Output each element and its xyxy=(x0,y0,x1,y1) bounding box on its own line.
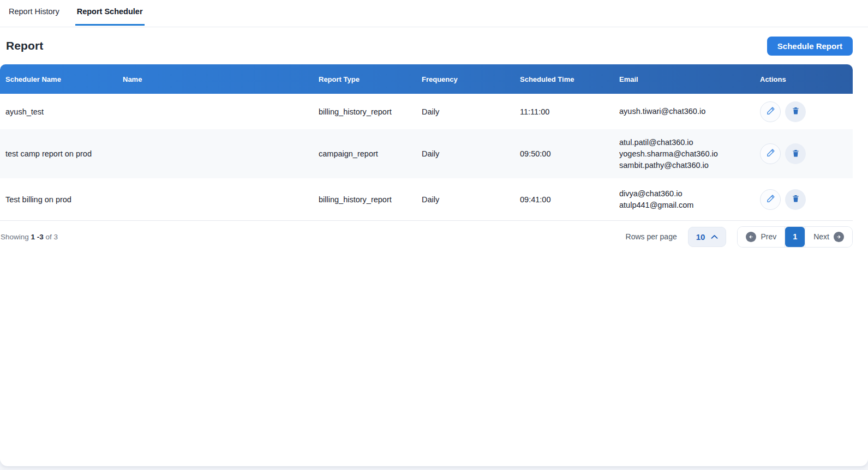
arrow-right-icon xyxy=(834,232,844,242)
delete-button[interactable] xyxy=(785,143,806,164)
pagination-bar: Showing 1 -3 of 3 Rows per page 10 xyxy=(0,221,853,252)
email-line: sambit.pathy@chat360.io xyxy=(619,160,755,171)
column-header-actions: Actions xyxy=(755,75,853,83)
cell-report-type: billing_history_report xyxy=(313,195,416,204)
trash-icon xyxy=(792,149,800,159)
tab-bar: Report History Report Scheduler xyxy=(0,0,868,27)
cell-actions xyxy=(755,143,853,164)
cell-report-type: billing_history_report xyxy=(313,107,416,116)
cell-email: ayush.tiwari@chat360.io xyxy=(614,106,755,117)
page-title: Report xyxy=(6,39,43,52)
pencil-icon xyxy=(766,106,775,117)
cell-scheduler-name: ayush_test xyxy=(0,107,117,116)
table-header-row: Scheduler Name Name Report Type Frequenc… xyxy=(0,64,853,94)
table-row: ayush_test billing_history_report Daily … xyxy=(0,94,853,129)
section-header: Report Schedule Report xyxy=(0,27,853,64)
cell-scheduled-time: 09:41:00 xyxy=(514,195,614,204)
pencil-icon xyxy=(766,148,775,159)
showing-range: 1 -3 xyxy=(31,233,44,241)
table-row: Test billing on prod billing_history_rep… xyxy=(0,178,853,220)
rows-per-page-select[interactable]: 10 xyxy=(688,227,727,247)
cell-frequency: Daily xyxy=(416,107,514,116)
showing-total: of 3 xyxy=(46,233,58,241)
trash-icon xyxy=(792,106,800,117)
tab-report-scheduler[interactable]: Report Scheduler xyxy=(75,7,145,26)
arrow-left-icon xyxy=(746,232,756,242)
pager: Prev 1 Next xyxy=(737,226,853,248)
prev-page-button[interactable]: Prev xyxy=(738,227,785,247)
column-header-report-type: Report Type xyxy=(313,75,416,83)
tab-report-history[interactable]: Report History xyxy=(7,7,61,26)
trash-icon xyxy=(792,194,800,204)
column-header-name: Name xyxy=(117,75,313,83)
cell-scheduled-time: 09:50:00 xyxy=(514,149,614,158)
cell-scheduler-name: Test billing on prod xyxy=(0,195,117,204)
report-scheduler-page: Report History Report Scheduler Report S… xyxy=(0,0,868,466)
email-line: divya@chat360.io xyxy=(619,188,755,200)
showing-label: Showing xyxy=(1,233,29,241)
email-line: atul.patil@chat360.io xyxy=(619,137,755,148)
cell-email: divya@chat360.io atulp441@gmail.com xyxy=(614,188,755,211)
cell-email: atul.patil@chat360.io yogesh.sharma@chat… xyxy=(614,137,755,171)
scheduler-table: Scheduler Name Name Report Type Frequenc… xyxy=(0,64,853,221)
cell-scheduler-name: test camp report on prod xyxy=(0,149,117,158)
delete-button[interactable] xyxy=(785,101,806,122)
next-page-button[interactable]: Next xyxy=(805,227,852,247)
cell-frequency: Daily xyxy=(416,149,514,158)
delete-button[interactable] xyxy=(785,189,806,210)
cell-actions xyxy=(755,101,853,122)
cell-scheduled-time: 11:11:00 xyxy=(514,107,614,116)
rows-per-page-label: Rows per page xyxy=(626,232,677,241)
column-header-email: Email xyxy=(614,75,755,83)
cell-actions xyxy=(755,189,853,210)
column-header-scheduled-time: Scheduled Time xyxy=(514,75,614,83)
email-line: yogesh.sharma@chat360.io xyxy=(619,148,755,160)
rows-per-page-value: 10 xyxy=(696,232,705,242)
email-line: atulp441@gmail.com xyxy=(619,200,755,211)
edit-button[interactable] xyxy=(760,101,781,122)
pencil-icon xyxy=(766,194,775,205)
cell-frequency: Daily xyxy=(416,195,514,204)
prev-label: Prev xyxy=(761,232,776,241)
edit-button[interactable] xyxy=(760,143,781,164)
column-header-frequency: Frequency xyxy=(416,75,514,83)
chevron-up-icon xyxy=(711,232,718,242)
column-header-scheduler-name: Scheduler Name xyxy=(0,75,117,83)
edit-button[interactable] xyxy=(760,189,781,210)
next-label: Next xyxy=(813,232,829,241)
showing-summary: Showing 1 -3 of 3 xyxy=(0,233,58,241)
cell-report-type: campaign_report xyxy=(313,149,416,158)
email-line: ayush.tiwari@chat360.io xyxy=(619,106,755,117)
table-row: test camp report on prod campaign_report… xyxy=(0,129,853,178)
page-number-button[interactable]: 1 xyxy=(785,227,805,247)
schedule-report-button[interactable]: Schedule Report xyxy=(767,37,853,56)
